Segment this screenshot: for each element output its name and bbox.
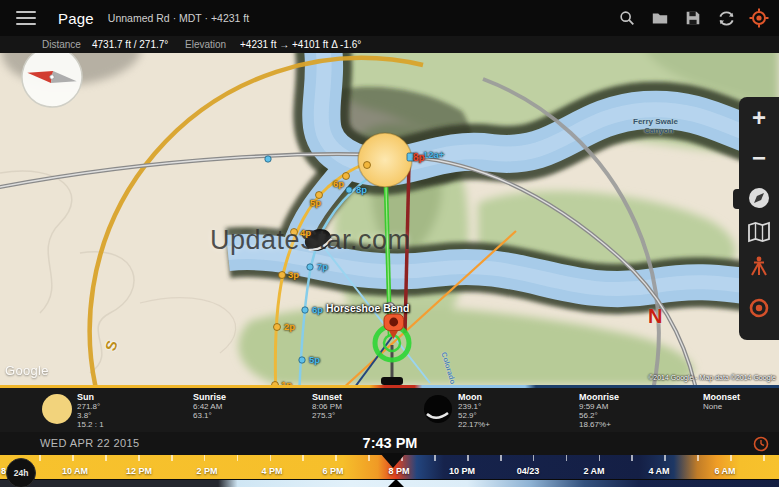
current-date: WED APR 22 2015 [40, 437, 140, 449]
sunrise-time: 6:42 AM [193, 402, 222, 411]
tl-4pm: 4 PM [261, 466, 282, 476]
sun-hour-dots [272, 162, 371, 386]
sync-icon[interactable] [716, 8, 736, 28]
moon-section[interactable]: Moon 239.1° 52.9° 22.17%+ [420, 388, 555, 432]
current-time: 7:43 PM [363, 435, 418, 451]
date-time-bar: WED APR 22 2015 7:43 PM [0, 432, 779, 455]
zoom-in-button[interactable]: + [739, 101, 779, 135]
location-subtitle: Unnamed Rd · MDT · +4231 ft [108, 12, 249, 24]
sun-azimuth: 271.8° [77, 402, 100, 411]
map-layers-icon[interactable] [739, 215, 779, 249]
compass-ring-gray [483, 79, 659, 385]
sun-shadow-ratio: 15.2 : 1 [77, 420, 104, 429]
tl-2am: 2 AM [583, 466, 604, 476]
moon-label: Moon [458, 392, 482, 402]
tl-10pm: 10 PM [449, 466, 475, 476]
map-canvas[interactable]: UpdateStar.com Horseshoe Bend N S Ferry … [0, 53, 779, 385]
moonrise-label: Moonrise [579, 392, 619, 402]
folder-icon[interactable] [650, 8, 670, 28]
sunset-label: Sunset [312, 392, 342, 402]
compass-ring-gold [90, 58, 423, 385]
sunset-time: 8:06 PM [312, 402, 342, 411]
moonset-value: None [703, 402, 722, 411]
map-toolbar: + − [739, 97, 779, 340]
poi-dot[interactable] [386, 303, 395, 312]
street-view-tripod-icon[interactable] [739, 249, 779, 283]
distance-value: 4731.7 ft / 271.7° [92, 36, 168, 53]
moon-elevation: 52.9° [458, 411, 477, 420]
pin-base [381, 377, 403, 385]
top-app-bar: Page Unnamed Rd · MDT · +4231 ft [0, 0, 779, 36]
recenter-target-icon[interactable] [739, 291, 779, 325]
moon-illumination: 22.17%+ [458, 420, 490, 429]
tl-6am: 6 AM [714, 466, 735, 476]
moonset-section[interactable]: Moonset None [703, 388, 773, 432]
moonrise-azimuth: 56.2° [579, 411, 598, 420]
time-reset-clock-icon[interactable] [753, 436, 769, 452]
gps-location-icon[interactable] [749, 8, 769, 28]
app-window: Page Unnamed Rd · MDT · +4231 ft Distanc… [0, 0, 779, 487]
24h-mode-button[interactable]: 24h [6, 458, 36, 487]
moonrise-section[interactable]: Moonrise 9:59 AM 56.2° 18.67%+ [579, 388, 689, 432]
sun-elevation: 3.8° [77, 411, 91, 420]
sun-section[interactable]: Sun 271.8° 3.8° 15.2 : 1 [30, 388, 180, 432]
tl-2pm: 2 PM [196, 466, 217, 476]
sun-path [275, 160, 382, 385]
elevation-label: Elevation [185, 36, 226, 53]
moon-icon [422, 393, 454, 425]
sunrise-label: Sunrise [193, 392, 226, 402]
moon-marker[interactable] [302, 225, 335, 255]
sunset-section[interactable]: Sunset 8:06 PM 275.3° [312, 388, 417, 432]
tl-6pm: 6 PM [322, 466, 343, 476]
measurement-bar: Distance 4731.7 ft / 271.7° Elevation +4… [0, 36, 779, 53]
tl-8pm: 8 PM [388, 466, 409, 476]
moon-azimuth: 239.1° [458, 402, 481, 411]
sunrise-section[interactable]: Sunrise 6:42 AM 63.1° [193, 388, 303, 432]
tl-midnight-date: 04/23 [517, 466, 540, 476]
sunset-line [405, 163, 409, 333]
zoom-out-button[interactable]: − [739, 141, 779, 175]
moonset-label: Moonset [703, 392, 740, 402]
astro-info-panel: Sun 271.8° 3.8° 15.2 : 1 Sunrise 6:42 AM… [0, 385, 779, 432]
sun-label: Sun [77, 392, 94, 402]
sunrise-azimuth-line [340, 231, 516, 385]
sunset-azimuth: 275.3° [312, 411, 335, 420]
sun-icon [40, 392, 74, 426]
sunrise-azimuth: 63.1° [193, 411, 212, 420]
tl-12pm: 12 PM [126, 466, 152, 476]
elevation-value: +4231 ft → +4101 ft Δ -1.6° [240, 36, 361, 53]
tl-10am: 10 AM [62, 466, 88, 476]
distance-label: Distance [42, 36, 81, 53]
sun-marker[interactable] [358, 133, 412, 187]
astronomy-overlay [0, 53, 779, 385]
compass-mode-icon[interactable] [739, 181, 779, 215]
save-icon[interactable] [683, 8, 703, 28]
moon-azimuth-line [322, 245, 430, 383]
menu-icon[interactable] [16, 11, 36, 25]
search-icon[interactable] [617, 8, 637, 28]
moonrise-time: 9:59 AM [579, 402, 608, 411]
tl-4am: 4 AM [648, 466, 669, 476]
map-compass[interactable] [17, 53, 87, 112]
page-title: Page [58, 10, 94, 27]
moonrise-illumination: 18.67%+ [579, 420, 611, 429]
